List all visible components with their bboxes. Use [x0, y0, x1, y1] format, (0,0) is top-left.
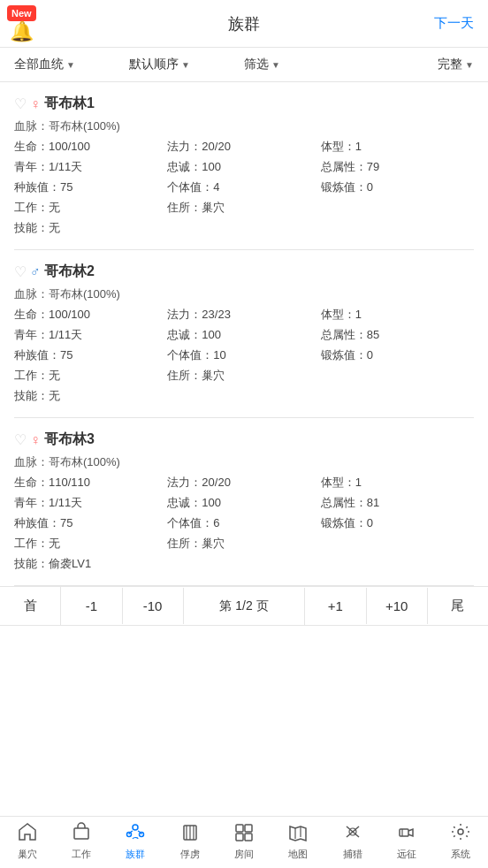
- nav-label-tribe: 族群: [126, 848, 145, 861]
- nav-item-room[interactable]: 房间: [217, 822, 271, 861]
- stat-youth-2: 青年：1/11天: [14, 326, 167, 344]
- creature-card-3[interactable]: ♡ ♀ 哥布林3 血脉：哥布林(100%) 生命：110/110 法力：20/2…: [14, 418, 474, 586]
- creature-name-1: 哥布林1: [44, 95, 95, 113]
- filter-complete[interactable]: 完整 ▼: [359, 57, 474, 72]
- nav-label-room: 房间: [234, 848, 254, 861]
- stat-hp-1: 生命：100/100: [14, 138, 167, 156]
- gender-icon-2: ♂: [30, 264, 41, 280]
- stat-body-3: 体型：1: [321, 474, 474, 491]
- page-prev10-button[interactable]: -10: [123, 588, 184, 624]
- stat-total-2: 总属性：85: [321, 326, 474, 344]
- creature-name-3: 哥布林3: [44, 430, 95, 449]
- home-icon: [17, 822, 38, 845]
- page-info: 第 1/2 页: [184, 588, 306, 625]
- stat-forge-3: 锻炼值：0: [321, 514, 474, 532]
- stat-youth-3: 青年：1/11天: [14, 494, 167, 512]
- creature-card-2[interactable]: ♡ ♂ 哥布林2 血脉：哥布林(100%) 生命：100/100 法力：23/2…: [14, 250, 474, 418]
- stat-ind-3: 个体值：6: [167, 514, 320, 532]
- svg-rect-8: [236, 825, 243, 832]
- favorite-icon-3: ♡: [14, 431, 27, 448]
- stat-hp-3: 生命：110/110: [14, 474, 167, 491]
- nav-item-tribe[interactable]: 族群: [109, 822, 163, 861]
- stat-total-1: 总属性：79: [321, 158, 474, 176]
- creature-header-2: ♡ ♂ 哥布林2: [14, 263, 474, 281]
- stat-mp-1: 法力：20/20: [167, 138, 320, 156]
- stat-total-3: 总属性：81: [321, 494, 474, 512]
- stat-skill-2: 技能：无: [14, 387, 474, 405]
- bottom-nav: 巢穴 工作 族群: [0, 816, 488, 868]
- creature-card-1[interactable]: ♡ ♀ 哥布林1 血脉：哥布林(100%) 生命：100/100 法力：20/2…: [14, 82, 474, 250]
- stat-skill-1: 技能：无: [14, 219, 474, 237]
- nav-label-expedition: 远征: [397, 848, 416, 861]
- room-icon: [233, 822, 255, 845]
- stat-loyalty-3: 忠诚：100: [167, 494, 320, 512]
- stat-home-3: 住所：巢穴: [167, 535, 474, 552]
- svg-point-1: [133, 825, 138, 830]
- stat-loyalty-2: 忠诚：100: [167, 326, 320, 344]
- filter-bar: 全部血统 ▼ 默认顺序 ▼ 筛选 ▼ 完整 ▼: [0, 48, 488, 82]
- hunt-icon: [342, 822, 363, 845]
- chevron-down-icon: ▼: [271, 60, 280, 70]
- stat-loyalty-1: 忠诚：100: [167, 158, 320, 176]
- svg-rect-0: [74, 828, 88, 839]
- next-day-button[interactable]: 下一天: [434, 15, 474, 32]
- page-prev1-button[interactable]: -1: [61, 588, 122, 624]
- filter-order[interactable]: 默认顺序 ▼: [129, 57, 244, 72]
- stat-body-1: 体型：1: [321, 138, 474, 156]
- stat-forge-2: 锻炼值：0: [321, 346, 474, 364]
- nav-label-map: 地图: [288, 848, 308, 861]
- chevron-down-icon: ▼: [465, 60, 474, 70]
- nav-item-prisoner[interactable]: 俘虏: [163, 822, 217, 861]
- stat-ind-1: 个体值：4: [167, 179, 320, 196]
- stat-skill-3: 技能：偷袭LV1: [14, 555, 474, 573]
- creature-bloodline-2: 血脉：哥布林(100%): [14, 286, 474, 302]
- new-badge: New 🔔: [7, 5, 36, 42]
- stat-ind-2: 个体值：10: [167, 346, 320, 364]
- work-icon: [71, 822, 92, 845]
- creature-header-3: ♡ ♀ 哥布林3: [14, 430, 474, 449]
- nav-label-hunt: 捕猎: [343, 848, 362, 861]
- nav-item-settings[interactable]: 系统: [434, 822, 488, 861]
- page-first-button[interactable]: 首: [0, 587, 61, 625]
- nav-item-hunt[interactable]: 捕猎: [325, 822, 379, 861]
- page-next10-button[interactable]: +10: [367, 588, 428, 624]
- stat-tribe-2: 种族值：75: [14, 346, 167, 364]
- creature-bloodline-1: 血脉：哥布林(100%): [14, 118, 474, 134]
- gender-icon-3: ♀: [30, 432, 41, 448]
- chevron-down-icon: ▼: [66, 60, 75, 70]
- svg-rect-17: [400, 829, 408, 836]
- stat-body-2: 体型：1: [321, 306, 474, 324]
- page-last-button[interactable]: 尾: [428, 587, 488, 625]
- stat-youth-1: 青年：1/11天: [14, 158, 167, 176]
- stat-home-2: 住所：巢穴: [167, 367, 474, 385]
- nav-label-settings: 系统: [451, 848, 470, 861]
- favorite-icon-2: ♡: [14, 263, 27, 280]
- page-title: 族群: [228, 13, 260, 34]
- stat-work-3: 工作：无: [14, 535, 167, 552]
- nav-item-expedition[interactable]: 远征: [379, 822, 433, 861]
- favorite-icon-1: ♡: [14, 95, 27, 112]
- pagination: 首 -1 -10 第 1/2 页 +1 +10 尾: [0, 586, 488, 626]
- svg-point-19: [458, 829, 463, 834]
- nav-item-home[interactable]: 巢穴: [0, 822, 54, 861]
- stat-mp-3: 法力：20/20: [167, 474, 320, 491]
- new-badge-label: New: [7, 5, 36, 21]
- expedition-icon: [396, 822, 417, 845]
- nav-item-work[interactable]: 工作: [54, 822, 108, 861]
- header: New 🔔 族群 下一天: [0, 0, 488, 48]
- settings-icon: [450, 822, 471, 845]
- svg-rect-11: [245, 834, 252, 841]
- page-next1-button[interactable]: +1: [305, 588, 366, 624]
- filter-screen[interactable]: 筛选 ▼: [244, 57, 359, 72]
- nav-item-map[interactable]: 地图: [271, 822, 325, 861]
- map-icon: [287, 822, 309, 845]
- stat-tribe-1: 种族值：75: [14, 179, 167, 196]
- creature-stats-2: 生命：100/100 法力：23/23 体型：1 青年：1/11天 忠诚：100…: [14, 306, 474, 405]
- svg-rect-9: [245, 825, 252, 832]
- chevron-down-icon: ▼: [181, 60, 190, 70]
- stat-hp-2: 生命：100/100: [14, 306, 167, 324]
- stat-tribe-3: 种族值：75: [14, 514, 167, 532]
- filter-bloodline[interactable]: 全部血统 ▼: [14, 57, 129, 72]
- creature-bloodline-3: 血脉：哥布林(100%): [14, 454, 474, 470]
- stat-home-1: 住所：巢穴: [167, 199, 474, 217]
